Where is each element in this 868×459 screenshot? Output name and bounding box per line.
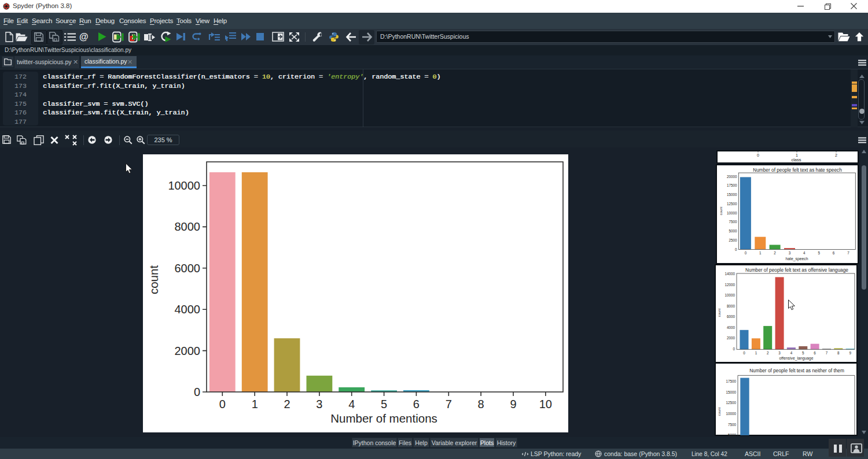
svg-text:2: 2 bbox=[835, 153, 837, 157]
svg-text:17500: 17500 bbox=[726, 379, 736, 383]
svg-text:0: 0 bbox=[735, 247, 737, 251]
svg-text:12000: 12000 bbox=[724, 283, 735, 287]
svg-text:2000: 2000 bbox=[175, 345, 201, 357]
svg-text:count: count bbox=[147, 265, 160, 294]
svg-text:15000: 15000 bbox=[726, 390, 736, 394]
svg-text:4: 4 bbox=[803, 251, 806, 255]
svg-text:0: 0 bbox=[733, 347, 735, 351]
svg-text:8000: 8000 bbox=[175, 220, 201, 233]
svg-text:6: 6 bbox=[833, 251, 835, 255]
svg-text:2: 2 bbox=[284, 398, 290, 410]
svg-text:offensive_language: offensive_language bbox=[779, 356, 814, 361]
svg-text:5: 5 bbox=[381, 398, 387, 410]
svg-text:8: 8 bbox=[478, 398, 484, 410]
svg-text:10000: 10000 bbox=[168, 179, 200, 192]
svg-text:1: 1 bbox=[796, 153, 798, 157]
svg-text:12500: 12500 bbox=[727, 202, 737, 206]
svg-text:class: class bbox=[791, 157, 801, 162]
svg-text:0: 0 bbox=[194, 386, 200, 398]
svg-text:Number of mentions: Number of mentions bbox=[330, 412, 437, 425]
svg-text:10000: 10000 bbox=[727, 211, 737, 215]
svg-text:4: 4 bbox=[348, 398, 355, 410]
svg-text:7500: 7500 bbox=[729, 220, 737, 224]
svg-text:9: 9 bbox=[849, 351, 851, 355]
svg-text:7: 7 bbox=[847, 251, 849, 255]
svg-text:2000: 2000 bbox=[727, 336, 735, 340]
svg-text:7500: 7500 bbox=[728, 423, 737, 427]
svg-text:0: 0 bbox=[743, 351, 745, 355]
svg-text:2: 2 bbox=[767, 351, 769, 355]
svg-text:5: 5 bbox=[818, 251, 820, 255]
svg-text:2: 2 bbox=[774, 251, 776, 255]
svg-text:0: 0 bbox=[745, 251, 747, 255]
svg-text:10: 10 bbox=[539, 398, 552, 410]
svg-text:0: 0 bbox=[219, 398, 226, 410]
svg-text:7: 7 bbox=[826, 351, 828, 355]
svg-text:4: 4 bbox=[790, 351, 793, 355]
svg-text:1: 1 bbox=[252, 398, 258, 410]
svg-text:Number of people felt text as: Number of people felt text as neither of… bbox=[749, 368, 844, 373]
svg-text:7: 7 bbox=[446, 398, 452, 410]
svg-text:8000: 8000 bbox=[727, 304, 735, 308]
svg-text:5000: 5000 bbox=[729, 229, 737, 233]
svg-text:17500: 17500 bbox=[727, 183, 737, 187]
svg-text:Number of people felt text as: Number of people felt text as hate speec… bbox=[753, 167, 842, 173]
svg-text:6: 6 bbox=[814, 351, 816, 355]
svg-text:14000: 14000 bbox=[724, 272, 735, 276]
svg-text:8: 8 bbox=[837, 351, 840, 355]
svg-text:Number of people felt text as: Number of people felt text as offensive … bbox=[745, 267, 848, 273]
svg-text:count: count bbox=[718, 308, 721, 317]
svg-text:3: 3 bbox=[778, 351, 781, 355]
svg-text:3: 3 bbox=[789, 251, 791, 255]
svg-text:4000: 4000 bbox=[727, 325, 735, 330]
svg-text:count: count bbox=[719, 206, 723, 215]
svg-text:6: 6 bbox=[413, 398, 420, 410]
svg-text:9: 9 bbox=[510, 398, 516, 410]
svg-text:0: 0 bbox=[757, 153, 759, 157]
svg-text:6000: 6000 bbox=[175, 262, 201, 275]
svg-text:4000: 4000 bbox=[175, 303, 201, 316]
svg-text:10000: 10000 bbox=[726, 412, 736, 416]
svg-text:2500: 2500 bbox=[729, 238, 737, 242]
svg-text:count: count bbox=[718, 407, 721, 416]
svg-text:1: 1 bbox=[759, 251, 762, 255]
svg-text:hate_speech: hate_speech bbox=[786, 257, 808, 261]
svg-text:3: 3 bbox=[316, 398, 322, 410]
svg-text:5000: 5000 bbox=[728, 433, 737, 437]
svg-text:12500: 12500 bbox=[726, 401, 736, 405]
svg-text:6000: 6000 bbox=[727, 314, 735, 319]
svg-text:10000: 10000 bbox=[724, 293, 735, 297]
svg-text:1: 1 bbox=[755, 351, 757, 355]
svg-text:5: 5 bbox=[802, 351, 804, 355]
svg-text:15000: 15000 bbox=[727, 193, 737, 197]
svg-text:20000: 20000 bbox=[727, 175, 737, 179]
